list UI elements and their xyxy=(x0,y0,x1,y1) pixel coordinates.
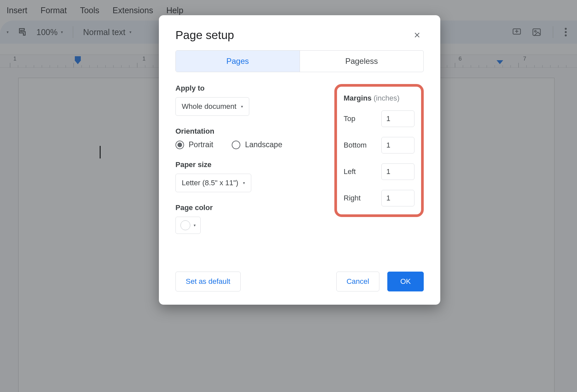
margin-bottom-label: Bottom xyxy=(344,141,367,150)
paper-size-value: Letter (8.5" x 11") xyxy=(182,179,238,187)
ok-button[interactable]: OK xyxy=(387,272,424,291)
orientation-option-label: Portrait xyxy=(189,140,213,149)
close-button[interactable] xyxy=(410,28,424,42)
margin-right-label: Right xyxy=(344,194,361,202)
chevron-down-icon: ▾ xyxy=(243,181,245,185)
cancel-button[interactable]: Cancel xyxy=(336,272,379,291)
tab-pages[interactable]: Pages xyxy=(176,51,300,72)
margin-top-label: Top xyxy=(344,114,355,123)
page-color-label: Page color xyxy=(175,203,324,212)
margin-left-input[interactable] xyxy=(381,163,414,180)
margin-right-input[interactable] xyxy=(381,190,414,206)
dialog-title: Page setup xyxy=(175,28,234,42)
app-root: Insert Format Tools Extensions Help ▾ 10… xyxy=(0,0,577,392)
margin-bottom-input[interactable] xyxy=(381,137,414,153)
page-setup-dialog: Page setup Pages Pageless Apply to Whole… xyxy=(159,15,440,305)
apply-to-label: Apply to xyxy=(175,84,324,93)
orientation-option-label: Landscape xyxy=(245,140,282,149)
tab-pageless[interactable]: Pageless xyxy=(300,51,424,72)
margin-top-input[interactable] xyxy=(381,110,414,127)
apply-to-value: Whole document xyxy=(182,102,236,111)
paper-size-dropdown[interactable]: Letter (8.5" x 11") ▾ xyxy=(175,174,251,192)
apply-to-dropdown[interactable]: Whole document ▾ xyxy=(175,97,249,116)
chevron-down-icon: ▾ xyxy=(241,104,243,109)
color-swatch-icon xyxy=(180,220,190,230)
margins-panel: Margins (inches) Top Bottom Left xyxy=(334,84,424,217)
margin-left-label: Left xyxy=(344,167,356,176)
radio-checked-icon xyxy=(175,141,184,149)
orientation-label: Orientation xyxy=(175,127,324,136)
margins-label: Margins (inches) xyxy=(344,94,414,103)
radio-unchecked-icon xyxy=(232,141,240,149)
paper-size-label: Paper size xyxy=(175,160,324,169)
page-color-dropdown[interactable]: ▾ xyxy=(175,217,201,234)
orientation-portrait-radio[interactable]: Portrait xyxy=(175,140,213,149)
chevron-down-icon: ▾ xyxy=(194,223,196,228)
tab-row: Pages Pageless xyxy=(175,50,424,72)
orientation-landscape-radio[interactable]: Landscape xyxy=(232,140,282,149)
set-as-default-button[interactable]: Set as default xyxy=(175,272,241,291)
